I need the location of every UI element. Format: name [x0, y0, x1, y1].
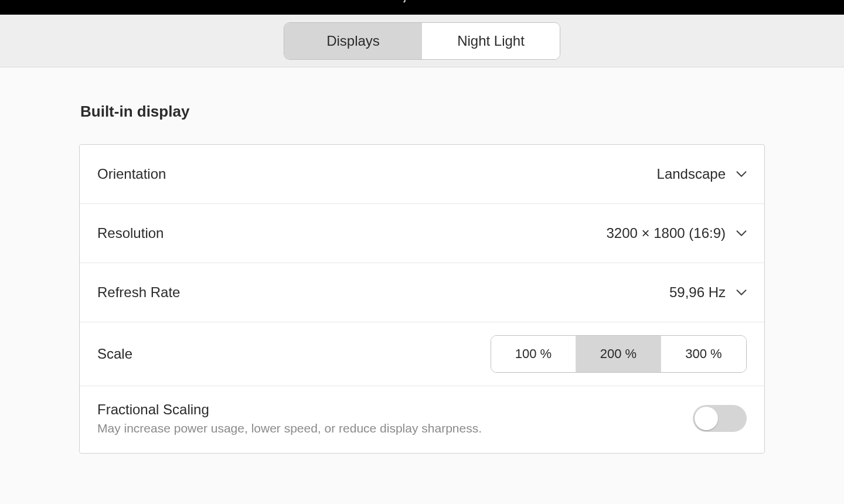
scale-segmented-control: 100 % 200 % 300 % — [491, 335, 747, 373]
label-orientation: Orientation — [97, 166, 166, 182]
scale-option-100[interactable]: 100 % — [491, 336, 576, 372]
tab-displays[interactable]: Displays — [284, 23, 422, 59]
subtitle-fractional-scaling: May increase power usage, lower speed, o… — [97, 421, 482, 435]
tab-switch-displays-nightlight: Displays Night Light — [284, 22, 560, 60]
row-refresh-rate[interactable]: Refresh Rate 59,96 Hz — [80, 263, 764, 322]
row-scale: Scale 100 % 200 % 300 % — [80, 322, 764, 386]
scale-option-300[interactable]: 300 % — [661, 336, 746, 372]
content-area: Built-in display Orientation Landscape R… — [0, 67, 844, 454]
chevron-down-icon — [736, 169, 747, 179]
value-orientation: Landscape — [657, 166, 726, 182]
row-resolution[interactable]: Resolution 3200 × 1800 (16:9) — [80, 204, 764, 263]
row-orientation[interactable]: Orientation Landscape — [80, 145, 764, 204]
scale-option-200[interactable]: 200 % — [576, 336, 661, 372]
value-refresh-rate: 59,96 Hz — [669, 284, 726, 301]
chevron-down-icon — [736, 228, 747, 239]
row-fractional-scaling: Fractional Scaling May increase power us… — [80, 386, 764, 453]
label-refresh-rate: Refresh Rate — [97, 284, 180, 301]
header: Displays Night Light — [0, 15, 844, 67]
label-scale: Scale — [97, 346, 132, 362]
value-resolution: 3200 × 1800 (16:9) — [607, 225, 726, 241]
tab-night-light[interactable]: Night Light — [422, 23, 560, 59]
label-resolution: Resolution — [97, 225, 164, 241]
display-settings-card: Orientation Landscape Resolution 3200 × … — [79, 144, 765, 454]
chevron-down-icon — [736, 287, 747, 298]
label-fractional-scaling: Fractional Scaling — [97, 401, 482, 418]
panel-title-built-in-display: Built-in display — [79, 103, 765, 121]
fractional-scaling-toggle[interactable] — [693, 405, 747, 432]
switch-handle — [695, 407, 718, 430]
clock: 1 jun 17:33 — [394, 0, 450, 3]
top-bar: 1 jun 17:33 — [0, 0, 844, 15]
